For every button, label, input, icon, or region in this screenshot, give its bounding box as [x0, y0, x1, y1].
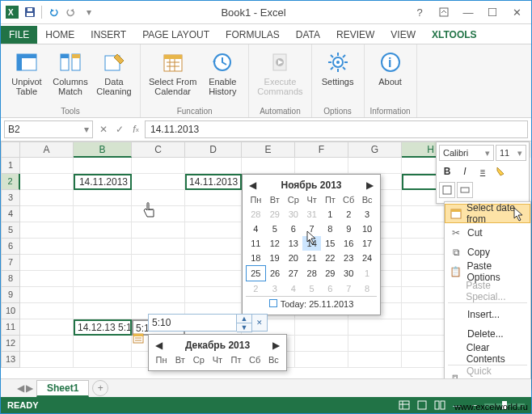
row-header-9[interactable]: 9	[1, 287, 20, 303]
cal2-prev-button[interactable]: ◀	[155, 340, 163, 351]
cal-day-3[interactable]: 3	[358, 207, 377, 222]
help-button[interactable]: ?	[410, 2, 429, 22]
cell-A12[interactable]	[20, 336, 74, 352]
cell-D6[interactable]	[185, 239, 242, 255]
ribbon-settings-button[interactable]: Settings	[317, 48, 359, 88]
calendar-popup-november[interactable]: ◀ Ноябрь 2013 ▶ ПнВтСрЧтПтСбВс2829303112…	[242, 174, 381, 315]
ctx-delete-[interactable]: Delete...	[445, 324, 530, 344]
context-menu[interactable]: Select date from✂Cut⧉Copy📋Paste OptionsP…	[444, 201, 531, 389]
cal-day-6[interactable]: 6	[321, 281, 340, 297]
cal-day-16[interactable]: 16	[340, 236, 358, 251]
cell-C8[interactable]	[132, 271, 185, 287]
cell-B8[interactable]	[74, 271, 132, 287]
time-spinner[interactable]: 5:10 ▲ ▼ ✕	[148, 314, 268, 332]
cal-day-28[interactable]: 28	[247, 207, 266, 222]
name-box[interactable]: B2▾	[4, 120, 93, 138]
ctx-cut[interactable]: ✂Cut	[445, 223, 530, 243]
cell-G11[interactable]	[348, 319, 402, 336]
time-spinner-up[interactable]: ▲	[237, 314, 252, 323]
cal-day-13[interactable]: 13	[284, 236, 302, 251]
cell-D9[interactable]	[185, 287, 242, 303]
cal-day-28[interactable]: 28	[302, 266, 321, 281]
cell-A4[interactable]	[20, 206, 74, 222]
time-spinner-input[interactable]: 5:10	[148, 314, 237, 332]
cal-prev-button[interactable]: ◀	[249, 180, 256, 191]
mini-fontsize-select[interactable]: 11▾	[496, 145, 526, 161]
cell-A7[interactable]	[20, 255, 74, 271]
time-spinner-down[interactable]: ▼	[237, 323, 252, 332]
cell-E1[interactable]	[242, 158, 295, 174]
ctx-copy[interactable]: ⧉Copy	[445, 243, 530, 262]
fx-button[interactable]: fx	[129, 122, 143, 137]
cell-C9[interactable]	[132, 287, 185, 303]
select-all-corner[interactable]	[1, 142, 20, 158]
cal2-next-button[interactable]: ▶	[272, 340, 280, 351]
mini-merge-button[interactable]	[457, 182, 473, 198]
sheet-tab-sheet1[interactable]: Sheet1	[36, 380, 89, 397]
cal-day-24[interactable]: 24	[358, 251, 377, 266]
ctx-insert-[interactable]: Insert...	[445, 305, 530, 324]
cal-day-21[interactable]: 21	[302, 251, 321, 266]
mini-font-select[interactable]: Calibri▾	[439, 145, 494, 161]
cal-day-31[interactable]: 31	[302, 207, 321, 222]
cal-day-14[interactable]: 14	[302, 236, 321, 251]
col-header-E[interactable]: E	[242, 142, 295, 158]
ctx-paste-options[interactable]: 📋Paste Options	[445, 262, 530, 281]
ribbon-history-button[interactable]: EnableHistory	[201, 48, 243, 98]
cal-day-23[interactable]: 23	[340, 251, 358, 266]
cell-B7[interactable]	[74, 255, 132, 271]
ribbon-dataclean-button[interactable]: DataCleaning	[93, 48, 135, 98]
cal-day-1[interactable]: 1	[321, 207, 340, 222]
undo-button[interactable]	[45, 4, 61, 20]
cell-B2[interactable]: 14.11.2013	[74, 174, 132, 190]
cal-day-19[interactable]: 19	[265, 251, 284, 266]
cal-day-22[interactable]: 22	[321, 251, 340, 266]
cal-day-5[interactable]: 5	[302, 281, 321, 297]
cal-day-27[interactable]: 27	[284, 266, 302, 281]
ribbon-execute-button[interactable]: ExecuteCommands	[254, 48, 306, 98]
row-header-3[interactable]: 3	[1, 190, 20, 206]
tab-review[interactable]: REVIEW	[328, 26, 382, 44]
cell-F12[interactable]	[295, 336, 348, 352]
cal-day-5[interactable]: 5	[265, 222, 284, 236]
cal-day-11[interactable]: 11	[247, 236, 266, 251]
row-header-1[interactable]: 1	[1, 158, 20, 174]
cell-F11[interactable]	[295, 319, 348, 336]
cell-D4[interactable]	[185, 206, 242, 222]
tab-formulas[interactable]: FORMULAS	[217, 26, 288, 44]
row-header-7[interactable]: 7	[1, 255, 20, 271]
cell-A9[interactable]	[20, 287, 74, 303]
save-icon[interactable]	[22, 4, 38, 20]
maximize-button[interactable]	[483, 2, 502, 22]
cal-day-25[interactable]: 25	[247, 266, 266, 281]
cell-C2[interactable]	[132, 174, 185, 190]
cal-day-2[interactable]: 2	[247, 281, 266, 297]
tab-home[interactable]: HOME	[37, 26, 82, 44]
cal-day-17[interactable]: 17	[358, 236, 377, 251]
ctx-select-date-from[interactable]: Select date from	[445, 204, 530, 223]
cell-A3[interactable]	[20, 190, 74, 206]
cal-day-8[interactable]: 8	[358, 281, 377, 297]
cal-day-8[interactable]: 8	[321, 222, 340, 236]
cell-B9[interactable]	[74, 287, 132, 303]
cal-day-18[interactable]: 18	[247, 251, 266, 266]
cal-day-10[interactable]: 10	[358, 222, 377, 236]
ribbon-about-button[interactable]: iAbout	[369, 48, 412, 88]
cal-day-7[interactable]: 7	[302, 222, 321, 236]
cal-day-6[interactable]: 6	[284, 222, 302, 236]
view-pagebreak-button[interactable]	[432, 399, 448, 412]
cal-day-4[interactable]: 4	[247, 222, 266, 236]
cal2-month-label[interactable]: Декабрь 2013	[185, 340, 250, 351]
row-header-4[interactable]: 4	[1, 206, 20, 222]
cal-day-15[interactable]: 15	[321, 236, 340, 251]
view-normal-button[interactable]	[396, 399, 412, 412]
cell-F1[interactable]	[295, 158, 348, 174]
mini-italic-button[interactable]: I	[457, 163, 473, 180]
tab-view[interactable]: VIEW	[382, 26, 424, 44]
cancel-formula-button[interactable]: ✕	[96, 122, 111, 137]
row-header-2[interactable]: 2	[1, 174, 20, 190]
cell-B11[interactable]: 14.12.13 5:10	[74, 319, 132, 336]
cal-today-label[interactable]: Today: 25.11.2013	[281, 299, 354, 309]
tab-xltools[interactable]: XLTools	[424, 26, 485, 44]
formula-bar[interactable]: 14.11.2013	[145, 120, 528, 138]
